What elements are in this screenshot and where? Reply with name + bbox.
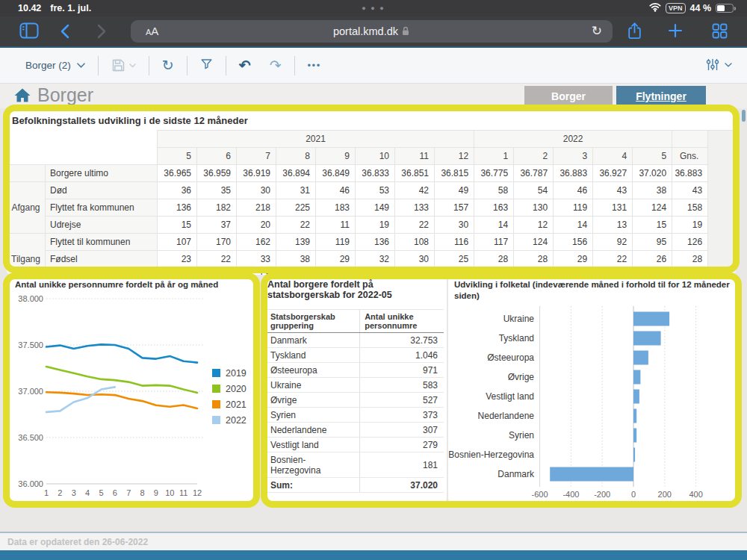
- table-cell: 36.927: [593, 165, 633, 182]
- table-cell: 22: [197, 251, 237, 268]
- multitask-dots-icon: ● ● ●: [0, 4, 747, 12]
- year-header-row: 20212022: [7, 131, 737, 148]
- tab-overview-icon[interactable]: [712, 23, 728, 42]
- category-label: Vestligt land: [486, 391, 534, 402]
- table-cell: 22: [276, 217, 316, 234]
- tab-flytninger[interactable]: Flytninger: [616, 86, 706, 107]
- reload-button[interactable]: ↻: [592, 23, 602, 39]
- vpn-badge: VPN: [666, 3, 686, 13]
- citizenship-row: Danmark32.753: [266, 333, 444, 348]
- view-selector[interactable]: Borger (2): [25, 60, 85, 71]
- row-group-label: Afgang: [7, 182, 46, 234]
- table-cell: 124: [633, 199, 672, 217]
- row-group-label: [7, 165, 46, 182]
- funnel-icon: [200, 57, 213, 70]
- bar-chart-title: Udvikling i folketal (indeværende måned …: [454, 279, 732, 302]
- table-cell: 36.919: [237, 165, 276, 182]
- table-cell: 43: [672, 182, 708, 199]
- web-page: Borger (2) ↻ ↶ ↷ •••: [0, 46, 747, 560]
- table-cell: 126: [672, 234, 708, 251]
- y-tick-label: 37.500: [18, 340, 43, 349]
- series-line-2019: [46, 344, 197, 362]
- category-label: Ukraine: [503, 314, 535, 324]
- x-tick-label: 10: [165, 488, 174, 497]
- bar-1: [633, 332, 661, 346]
- population-table-card: Befolkningstallets udvikling i de sidste…: [6, 111, 737, 275]
- filler-column: [708, 131, 737, 276]
- population-row: Udrejse1537202211192230141214131519: [7, 217, 737, 234]
- y-tick-label: 36.500: [18, 433, 43, 442]
- table-cell: 14: [474, 217, 514, 234]
- table-cell: 31: [276, 182, 316, 199]
- table-cell: 183: [316, 199, 356, 217]
- x-tick-label: 0: [631, 490, 636, 499]
- new-tab-icon[interactable]: [668, 23, 683, 41]
- lock-icon: [401, 26, 410, 36]
- table-cell: 55: [316, 268, 356, 276]
- year-header: 2021: [158, 131, 474, 148]
- x-tick-label: 6: [113, 488, 117, 497]
- x-tick-label: 9: [154, 488, 158, 497]
- table-cell: 53: [474, 268, 514, 276]
- table-cell: 36.883: [672, 165, 708, 182]
- table-cell: 46: [554, 182, 593, 199]
- table-cell: 22: [593, 251, 633, 268]
- month-header: 7: [237, 148, 276, 165]
- more-button[interactable]: •••: [308, 60, 321, 71]
- data-updated-status: Data er opdateret den 26-06-2022: [7, 537, 148, 547]
- toolbar-divider: [294, 56, 295, 75]
- x-tick-label: -200: [594, 490, 610, 499]
- population-row: Flyttet fra kommunen13618221822518314913…: [7, 199, 737, 217]
- table-cell: 119: [554, 199, 593, 217]
- bar-3: [633, 370, 640, 385]
- table-cell: 19: [672, 217, 708, 234]
- table-cell: 41: [356, 268, 395, 276]
- sidebar-icon[interactable]: [19, 22, 39, 42]
- view-options-button[interactable]: [706, 58, 732, 71]
- undo-button[interactable]: ↶: [239, 58, 251, 72]
- home-icon[interactable]: [13, 87, 31, 106]
- x-tick-label: 3: [72, 488, 76, 497]
- citizenship-table: Statsborgerskab grupperingAntal unikke p…: [266, 309, 444, 493]
- month-header: 6: [197, 148, 237, 165]
- legend-swatch: [212, 385, 220, 393]
- address-bar[interactable]: AA portal.kmd.dk ↻: [131, 20, 613, 43]
- sum-row: Sum:37.020: [266, 478, 444, 493]
- save-button[interactable]: [111, 58, 136, 72]
- x-tick-label: 400: [689, 490, 702, 499]
- table-cell: 36.787: [514, 165, 554, 182]
- refresh-button[interactable]: ↻: [162, 58, 174, 72]
- scrollbar-thumb[interactable]: [742, 110, 746, 122]
- month-header: 3: [554, 148, 593, 165]
- table-cell: 149: [356, 199, 395, 217]
- legend-label: 2022: [226, 415, 247, 426]
- table-cell: 22: [395, 217, 435, 234]
- table-cell: 117: [474, 234, 514, 251]
- table-cell: 15: [633, 217, 672, 234]
- page-title: Borger: [37, 84, 93, 106]
- page-header: Borger Borger Flytninger: [0, 84, 747, 108]
- table-cell: 107: [158, 234, 197, 251]
- table-cell: 92: [593, 234, 633, 251]
- tab-borger[interactable]: Borger: [524, 86, 613, 107]
- x-tick-label: 5: [99, 488, 103, 497]
- table-cell: 139: [276, 234, 316, 251]
- share-icon[interactable]: [627, 22, 642, 43]
- table-cell: 119: [316, 234, 356, 251]
- footer-bar: Data er opdateret den 26-06-2022: [0, 532, 747, 550]
- redo-button[interactable]: ↷: [270, 58, 282, 72]
- table-cell: 49: [435, 268, 474, 276]
- forward-button[interactable]: [97, 24, 107, 42]
- citizenship-header-row: Statsborgerskab grupperingAntal unikke p…: [266, 310, 444, 333]
- table-cell: 36.894: [276, 165, 316, 182]
- row-label: Flyttet fra kommunen: [46, 199, 158, 217]
- filter-button[interactable]: [200, 57, 213, 73]
- table-cell: 148: [633, 268, 672, 276]
- toolbar-divider: [98, 56, 99, 75]
- table-cell: 28: [672, 251, 708, 268]
- bottom-accent-bar: [0, 550, 747, 560]
- x-tick-label: -600: [532, 490, 548, 499]
- back-button[interactable]: [60, 24, 69, 42]
- category-label: Syrien: [509, 430, 534, 441]
- month-header: 4: [593, 148, 633, 165]
